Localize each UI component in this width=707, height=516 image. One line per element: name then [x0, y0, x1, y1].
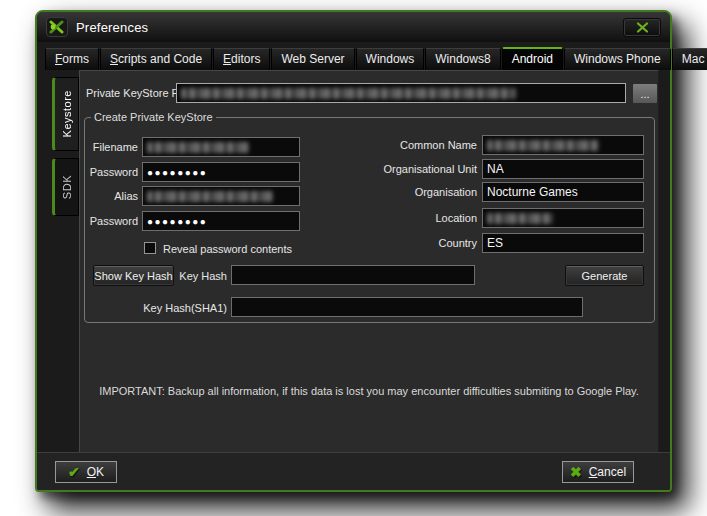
- country-input[interactable]: ES: [482, 233, 644, 253]
- ok-button[interactable]: ✔ OK: [55, 461, 117, 483]
- location-label: Location: [315, 212, 477, 224]
- organisation-input[interactable]: Nocturne Games: [482, 182, 644, 202]
- private-keystore-file-label: Private KeyStore File: [86, 87, 189, 99]
- tab-mac-os-x[interactable]: Mac OS X: [672, 48, 707, 70]
- location-input[interactable]: [482, 208, 644, 228]
- filename-label: Filename: [85, 141, 138, 153]
- organisation-label: Organisation: [315, 186, 477, 198]
- tab-forms[interactable]: Forms: [45, 48, 99, 70]
- alias-input[interactable]: [142, 186, 300, 206]
- x-icon: ✖: [570, 465, 582, 479]
- close-x-icon: [636, 22, 649, 33]
- side-tab-strip: Keystore SDK: [52, 77, 79, 223]
- desktop-background: Preferences Forms Scripts and Code Edito…: [0, 0, 707, 516]
- tab-windows8[interactable]: Windows8: [425, 48, 500, 70]
- redacted-location: [487, 213, 553, 224]
- cancel-button[interactable]: ✖ Cancel: [562, 461, 634, 483]
- redacted-filename: [147, 142, 249, 153]
- tab-strip: Forms Scripts and Code Editors Web Serve…: [45, 42, 664, 70]
- create-keystore-legend: Create Private KeyStore: [91, 111, 216, 123]
- tab-windows-phone[interactable]: Windows Phone: [564, 48, 671, 70]
- redacted-common-name: [487, 140, 599, 151]
- password-input[interactable]: ●●●●●●●●: [142, 162, 300, 182]
- create-keystore-group: Create Private KeyStore Filename Passwor…: [84, 111, 655, 323]
- footer-bar: ✔ OK ✖ Cancel: [37, 452, 670, 490]
- reveal-password-checkbox[interactable]: [144, 242, 156, 254]
- org-unit-input[interactable]: NA: [482, 159, 644, 179]
- window-title: Preferences: [76, 20, 148, 35]
- check-icon: ✔: [68, 465, 80, 479]
- show-key-hash-button[interactable]: Show Key Hash: [93, 265, 174, 286]
- common-name-input[interactable]: [482, 135, 644, 155]
- org-unit-label: Organisational Unit: [315, 163, 477, 175]
- tab-editors[interactable]: Editors: [213, 48, 270, 70]
- key-hash-sha1-label: Key Hash(SHA1): [125, 302, 227, 314]
- tab-windows[interactable]: Windows: [356, 48, 425, 70]
- common-name-label: Common Name: [315, 139, 477, 151]
- filename-input[interactable]: [142, 137, 300, 157]
- private-keystore-file-input[interactable]: [176, 83, 626, 103]
- password2-label: Password: [85, 215, 138, 227]
- browse-button[interactable]: ...: [632, 83, 658, 104]
- key-hash-label: Key Hash: [173, 270, 227, 282]
- key-hash-sha1-input[interactable]: [231, 297, 583, 317]
- tab-android[interactable]: Android: [502, 47, 563, 70]
- tab-scripts-and-code[interactable]: Scripts and Code: [100, 48, 212, 70]
- alias-label: Alias: [85, 190, 138, 202]
- side-tab-sdk[interactable]: SDK: [52, 158, 79, 216]
- preferences-window: Preferences Forms Scripts and Code Edito…: [35, 10, 672, 492]
- key-hash-input[interactable]: [231, 265, 475, 285]
- password-label: Password: [85, 166, 138, 178]
- redacted-alias: [147, 191, 273, 202]
- keystore-panel: Private KeyStore File ... Create Private…: [79, 70, 659, 456]
- titlebar[interactable]: Preferences: [37, 12, 670, 42]
- reveal-password-label: Reveal password contents: [163, 243, 292, 255]
- redacted-file-path: [181, 88, 516, 99]
- tab-web-server[interactable]: Web Server: [271, 48, 354, 70]
- password2-input[interactable]: ●●●●●●●●: [142, 211, 300, 231]
- backup-notice: IMPORTANT: Backup all information, if th…: [80, 385, 658, 397]
- close-button[interactable]: [623, 18, 661, 37]
- generate-button[interactable]: Generate: [565, 265, 644, 286]
- app-logo-icon: [46, 17, 68, 37]
- side-tab-keystore[interactable]: Keystore: [52, 77, 79, 151]
- country-label: Country: [315, 237, 477, 249]
